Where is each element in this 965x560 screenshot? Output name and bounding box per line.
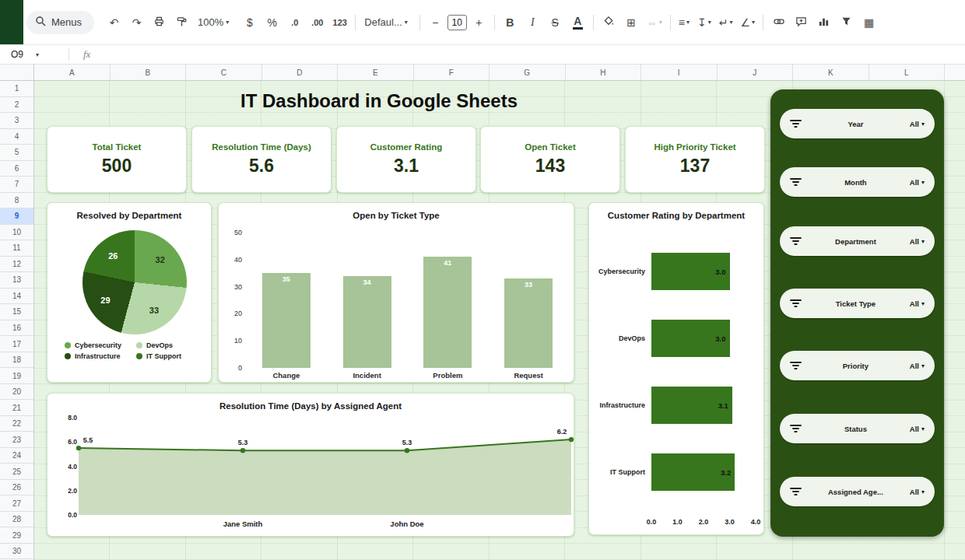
row-header-20[interactable]: 20 <box>0 384 33 401</box>
format-currency-button[interactable]: $ <box>239 12 260 33</box>
row-header-18[interactable]: 18 <box>0 352 33 369</box>
more-formats-button[interactable]: 123 <box>329 12 350 33</box>
column-header-A[interactable]: A <box>34 65 111 80</box>
bar-change[interactable]: 35 <box>262 273 311 368</box>
column-header-I[interactable]: I <box>641 65 718 80</box>
undo-button[interactable]: ↶ <box>104 12 125 33</box>
bar-plot[interactable]: 35344133 <box>246 233 569 368</box>
pie-chart[interactable]: 32332926 <box>82 230 187 334</box>
row-header-30[interactable]: 30 <box>0 544 33 560</box>
insert-link-button[interactable] <box>768 12 789 33</box>
slicer-priority[interactable]: PriorityAll▾ <box>780 351 935 380</box>
text-wrap-button[interactable]: ↵ ▾ <box>716 12 736 33</box>
text-color-icon: A <box>573 16 583 30</box>
increase-decimal-button[interactable]: .00 <box>307 12 328 33</box>
merge-cells-button[interactable]: ⇔ ▾ <box>644 12 665 33</box>
row-header-6[interactable]: 6 <box>0 161 33 177</box>
slicer-year[interactable]: YearAll▾ <box>780 109 935 138</box>
slicer-assigned-age[interactable]: Assigned Age...All▾ <box>780 477 935 506</box>
redo-button[interactable]: ↷ <box>126 12 147 33</box>
add-comment-button[interactable] <box>791 12 812 33</box>
borders-button[interactable]: ⊞ <box>621 12 642 33</box>
row-header-19[interactable]: 19 <box>0 368 33 384</box>
column-header-H[interactable]: H <box>566 65 642 80</box>
row-header-7[interactable]: 7 <box>0 177 33 193</box>
grid-view-button[interactable]: ▦ <box>858 12 879 33</box>
column-header-L[interactable]: L <box>869 65 946 80</box>
row-header-15[interactable]: 15 <box>0 304 33 320</box>
increase-font-size-button[interactable]: + <box>468 12 490 33</box>
slicer-status[interactable]: StatusAll▾ <box>780 414 935 443</box>
column-header-G[interactable]: G <box>490 65 566 80</box>
row-header-5[interactable]: 5 <box>0 145 33 161</box>
row-header-21[interactable]: 21 <box>0 400 33 416</box>
row-header-2[interactable]: 2 <box>0 97 33 114</box>
column-header-F[interactable]: F <box>414 65 490 80</box>
menus-button[interactable]: Menus <box>26 11 94 34</box>
bar-incident[interactable]: 34 <box>343 276 391 368</box>
text-color-button[interactable]: A <box>567 12 588 33</box>
font-size-input[interactable]: 10 <box>447 15 467 30</box>
font-select[interactable]: Defaul... ▾ <box>360 12 411 33</box>
bar-problem[interactable]: 41 <box>423 257 472 368</box>
italic-button[interactable]: I <box>522 12 543 33</box>
row-header-12[interactable]: 12 <box>0 257 33 273</box>
y-tick-label: 40 <box>234 256 242 264</box>
bar-request[interactable]: 33 <box>504 278 553 368</box>
row-header-14[interactable]: 14 <box>0 289 33 305</box>
column-header-J[interactable]: J <box>718 65 794 80</box>
column-header-E[interactable]: E <box>338 65 414 80</box>
strikethrough-button[interactable]: S <box>545 12 566 33</box>
row-header-29[interactable]: 29 <box>0 527 33 544</box>
text-rotation-button[interactable]: ∠ ▾ <box>737 12 758 33</box>
decrease-decimal-button[interactable]: .0 <box>284 12 305 33</box>
insert-chart-button[interactable] <box>813 12 834 33</box>
row-header-3[interactable]: 3 <box>0 113 33 129</box>
row-header-16[interactable]: 16 <box>0 320 33 337</box>
slicer-month[interactable]: MonthAll▾ <box>780 167 935 197</box>
row-header-28[interactable]: 28 <box>0 512 33 528</box>
row-header-9[interactable]: 9 <box>0 208 33 225</box>
row-header-4[interactable]: 4 <box>0 129 33 145</box>
select-all-corner[interactable] <box>0 65 34 81</box>
row-header-17[interactable]: 17 <box>0 336 33 352</box>
name-box[interactable]: O9 ▾ <box>0 45 68 64</box>
decrease-font-size-button[interactable]: − <box>425 12 446 33</box>
vertical-align-button[interactable]: ↧ ▾ <box>694 12 714 33</box>
hbar-cybersecurity[interactable]: 3.0 <box>651 253 730 290</box>
row-header-25[interactable]: 25 <box>0 464 33 480</box>
hbar-devops[interactable]: 3.0 <box>651 320 730 357</box>
filter-icon <box>790 236 802 246</box>
area-plot[interactable]: 5.55.35.36.2 <box>79 418 571 515</box>
row-header-27[interactable]: 27 <box>0 495 33 512</box>
column-header-D[interactable]: D <box>262 65 339 80</box>
x-tick-label: Change <box>246 371 327 380</box>
hbar-infrastructure[interactable]: 3.1 <box>651 387 732 424</box>
column-header-B[interactable]: B <box>111 65 187 80</box>
bold-button[interactable]: B <box>500 12 521 33</box>
row-header-1[interactable]: 1 <box>0 81 33 97</box>
hbar-it-support[interactable]: 3.2 <box>651 453 735 491</box>
hbar-rows[interactable]: Cybersecurity3.0DevOps3.0Infrastructure3… <box>595 253 757 520</box>
paint-format-button[interactable] <box>171 12 192 33</box>
row-header-11[interactable]: 11 <box>0 240 33 257</box>
row-header-24[interactable]: 24 <box>0 448 33 464</box>
column-header-C[interactable]: C <box>186 65 262 80</box>
format-percent-button[interactable]: % <box>261 12 282 33</box>
category-label: IT Support <box>595 468 645 476</box>
row-header-10[interactable]: 10 <box>0 225 33 241</box>
column-header-K[interactable]: K <box>793 65 869 80</box>
print-button[interactable] <box>149 12 170 33</box>
row-header-26[interactable]: 26 <box>0 480 33 496</box>
slicer-department[interactable]: DepartmentAll▾ <box>780 226 935 256</box>
horizontal-align-button[interactable]: ≡ ▾ <box>676 12 693 33</box>
zoom-select[interactable]: 100% ▾ <box>194 12 233 33</box>
slicer-ticket-type[interactable]: Ticket TypeAll▾ <box>780 289 935 318</box>
row-header-13[interactable]: 13 <box>0 272 33 289</box>
row-header-8[interactable]: 8 <box>0 193 33 209</box>
sheets-logo[interactable] <box>0 0 23 44</box>
row-header-22[interactable]: 22 <box>0 416 33 432</box>
row-header-23[interactable]: 23 <box>0 432 33 448</box>
create-filter-button[interactable] <box>836 12 857 33</box>
fill-color-button[interactable] <box>598 12 619 33</box>
